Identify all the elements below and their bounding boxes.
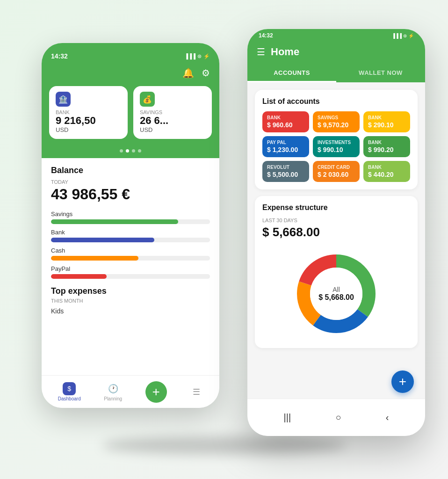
bar-cash: Cash — [51, 247, 210, 261]
front-header: ☰ Home — [247, 42, 425, 65]
account-paypal-label: PAY PAL — [267, 140, 304, 145]
bank-card-amount: 9 216,50 — [56, 115, 121, 126]
account-bank-4[interactable]: BANK $ 440.20 — [363, 161, 410, 182]
tab-accounts[interactable]: ACCOUNTS — [247, 65, 336, 82]
bar-bank: Bank — [51, 229, 210, 242]
extra1-icon: ☰ — [190, 385, 203, 399]
planning-icon-glyph: 🕐 — [108, 384, 118, 394]
planning-icon: 🕐 — [107, 382, 120, 395]
donut-inner-circle — [310, 268, 362, 320]
front-status-icons: ▐▐▐ ⊛ ⚡ — [392, 33, 414, 38]
donut-svg — [289, 247, 383, 341]
back-bottom-nav: $ Dashboard 🕐 Planning + ☰ — [42, 375, 219, 408]
account-paypal[interactable]: PAY PAL $ 1,230.00 — [262, 136, 309, 157]
account-bank-1-amount: $ 960.60 — [267, 121, 304, 129]
nav-planning[interactable]: 🕐 Planning — [104, 382, 122, 401]
dashboard-icon: $ — [63, 382, 76, 395]
balance-title: Balance — [51, 166, 210, 175]
bar-bank-label: Bank — [51, 229, 210, 236]
dot-2 — [126, 149, 129, 152]
front-phone: 14:32 ▐▐▐ ⊛ ⚡ ☰ Home ACCOUNTS WALLET NOW… — [247, 29, 425, 436]
account-bank-2-amount: $ 290.10 — [368, 121, 405, 129]
wifi-icon: ⊛ — [197, 53, 202, 59]
nav-extra1[interactable]: ☰ — [190, 385, 203, 399]
planning-label: Planning — [104, 396, 122, 401]
bar-paypal: PayPal — [51, 265, 210, 279]
back-phone: 14:32 ▐▐▐ ⊛ ⚡ 🔔 ⚙ 🏦 BANK 9 216,50 USD — [42, 43, 219, 408]
add-button[interactable]: + — [145, 381, 167, 403]
bell-icon[interactable]: 🔔 — [182, 67, 194, 79]
expense-kids: Kids — [51, 307, 210, 315]
dot-4 — [138, 149, 141, 152]
account-revolut[interactable]: REVOLUT $ 5,500.00 — [262, 161, 309, 182]
carousel-dots — [42, 146, 219, 158]
account-savings-amount: $ 9,570.20 — [318, 121, 355, 129]
account-bank-2[interactable]: BANK $ 290.10 — [363, 111, 410, 132]
menu-button[interactable]: ☰ — [257, 46, 265, 58]
bank-card[interactable]: 🏦 BANK 9 216,50 USD — [49, 86, 128, 139]
dot-1 — [120, 149, 123, 152]
top-expenses-title: Top expenses — [51, 286, 210, 296]
bar-paypal-fill — [51, 274, 107, 279]
back-body: Balance TODAY 43 986,55 € Savings Bank — [42, 158, 219, 322]
account-investments-label: INVESTMENTS — [318, 140, 355, 145]
bank-icon: 🏦 — [58, 95, 68, 104]
account-paypal-amount: $ 1,230.00 — [267, 146, 304, 153]
account-credit-card[interactable]: CREDIT CARD $ 2 030.60 — [313, 161, 360, 182]
savings-card[interactable]: 💰 SAVINGS 26 6... USD — [133, 86, 212, 139]
expense-period: LAST 30 DAYS — [262, 218, 410, 223]
bar-cash-fill — [51, 256, 138, 261]
expense-total-amount: $ 5,668.00 — [262, 225, 410, 240]
tab-wallet-now[interactable]: WALLET NOW — [336, 65, 425, 82]
account-bank-3-amount: $ 990.20 — [368, 146, 405, 153]
gesture-home-icon[interactable]: ○ — [335, 412, 341, 423]
balance-today-label: TODAY — [51, 179, 210, 185]
dashboard-label: Dashboard — [58, 396, 81, 401]
bar-paypal-track — [51, 274, 210, 279]
account-bank-1[interactable]: BANK $ 960.60 — [262, 111, 309, 132]
bar-paypal-label: PayPal — [51, 265, 210, 272]
bar-cash-label: Cash — [51, 247, 210, 254]
battery-icon: ⚡ — [203, 53, 210, 59]
nav-dashboard[interactable]: $ Dashboard — [58, 382, 81, 401]
account-bank-1-label: BANK — [267, 115, 304, 120]
donut-chart: All $ 5,668.00 — [262, 247, 410, 341]
bar-savings-track — [51, 219, 210, 224]
account-bank-3[interactable]: BANK $ 990.20 — [363, 136, 410, 157]
back-header: 🔔 ⚙ — [42, 64, 219, 86]
back-status-time: 14:32 — [51, 52, 68, 60]
account-bank-4-label: BANK — [368, 165, 405, 170]
bar-savings-fill — [51, 219, 178, 224]
settings-icon[interactable]: ⚙ — [202, 67, 210, 79]
fab-plus-icon: + — [399, 375, 406, 388]
accounts-title: List of accounts — [262, 97, 410, 106]
extra1-glyph: ☰ — [193, 387, 200, 397]
accounts-card: List of accounts BANK $ 960.60 SAVINGS $… — [255, 90, 418, 189]
top-expenses-period: THIS MONTH — [51, 298, 210, 304]
savings-card-amount: 26 6... — [140, 115, 205, 126]
back-status-icons: ▐▐▐ ⊛ ⚡ — [185, 53, 210, 59]
page-title: Home — [271, 46, 416, 58]
gesture-recent-icon[interactable]: ‹ — [386, 412, 389, 423]
bar-savings: Savings — [51, 210, 210, 224]
bar-cash-track — [51, 256, 210, 261]
signal-icon: ▐▐▐ — [185, 53, 195, 59]
account-investments[interactable]: INVESTMENTS $ 990.10 — [313, 136, 360, 157]
bank-card-icon: 🏦 — [56, 92, 71, 107]
front-battery-icon: ⚡ — [408, 33, 414, 38]
bar-section: Savings Bank Cash — [51, 210, 210, 279]
bar-bank-fill — [51, 238, 154, 242]
expense-structure-card: Expense structure LAST 30 DAYS $ 5,668.0… — [255, 196, 418, 348]
fab-add-button[interactable]: + — [391, 370, 414, 393]
expense-structure-title: Expense structure — [262, 203, 410, 212]
account-savings-label: SAVINGS — [318, 115, 355, 120]
front-signal-icon: ▐▐▐ — [392, 33, 402, 38]
account-bank-3-label: BANK — [368, 140, 405, 145]
shadow — [102, 436, 346, 455]
top-expenses-section: Top expenses THIS MONTH Kids — [51, 286, 210, 315]
gesture-back-icon[interactable]: ||| — [284, 412, 291, 423]
front-bottom-nav: ||| ○ ‹ — [247, 399, 425, 436]
account-savings[interactable]: SAVINGS $ 9,570.20 — [313, 111, 360, 132]
dashboard-icon-glyph: $ — [67, 385, 71, 392]
account-revolut-amount: $ 5,500.00 — [267, 171, 304, 178]
